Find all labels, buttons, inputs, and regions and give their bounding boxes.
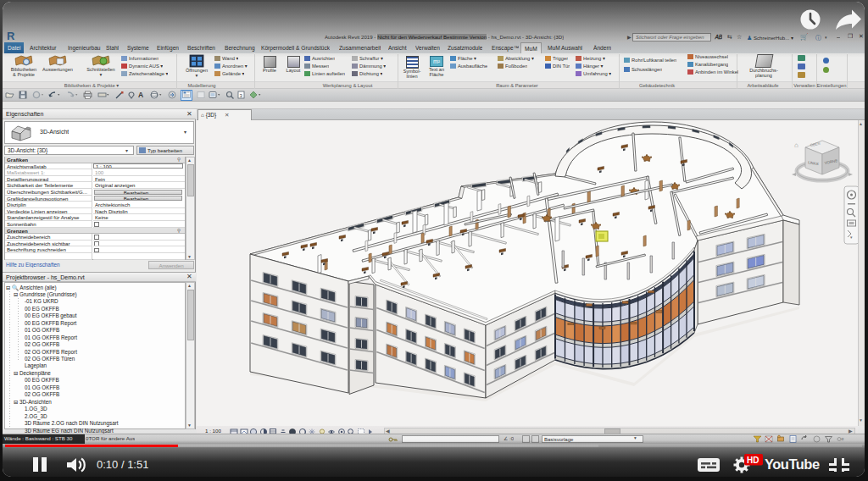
svg-text:o: o: [842, 436, 844, 441]
svg-text:⌂: ⌂: [794, 141, 798, 149]
svg-text:HD: HD: [747, 456, 759, 465]
